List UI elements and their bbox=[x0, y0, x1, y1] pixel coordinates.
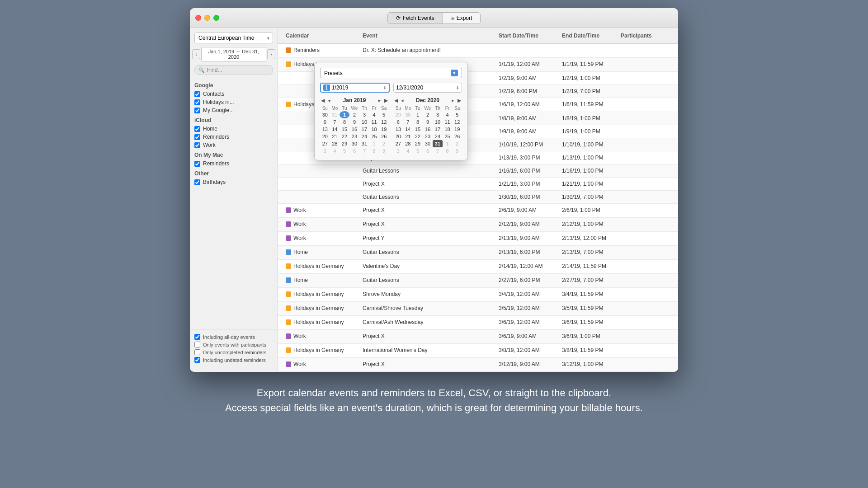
jan-day[interactable]: 26 bbox=[379, 133, 389, 140]
jan-day[interactable]: 18 bbox=[369, 126, 379, 133]
dec-day[interactable]: 13 bbox=[393, 126, 403, 133]
dec-day[interactable]: 14 bbox=[403, 126, 413, 133]
jan-next2[interactable]: ▶ bbox=[383, 98, 389, 103]
maximize-button[interactable] bbox=[213, 15, 219, 21]
jan-day[interactable]: 6 bbox=[349, 147, 359, 155]
jan-day[interactable]: 5 bbox=[379, 111, 389, 118]
table-row[interactable]: HomeGuitar Lessons2/27/19, 6:00 PM2/27/1… bbox=[278, 274, 678, 288]
dec-prev2[interactable]: ◂ bbox=[400, 98, 405, 103]
jan-day[interactable]: 11 bbox=[369, 118, 379, 126]
jan-day[interactable]: 23 bbox=[349, 133, 359, 140]
table-row[interactable]: WorkProject X3/6/19, 9:00 AM3/6/19, 1:00… bbox=[278, 330, 678, 344]
dec-day[interactable]: 1 bbox=[413, 111, 423, 118]
dec-day[interactable]: 7 bbox=[433, 147, 443, 155]
option-participants[interactable]: Only events with participants bbox=[194, 341, 273, 348]
table-row[interactable]: Holidays in GermanyCarnival/Shrove Tuesd… bbox=[278, 302, 678, 316]
table-row[interactable]: Holidays in GermanyShrove Monday3/4/19, … bbox=[278, 288, 678, 302]
minimize-button[interactable] bbox=[204, 15, 210, 21]
jan-day[interactable]: 25 bbox=[369, 133, 379, 140]
cal-item-reminders-mac[interactable]: Reminders bbox=[190, 160, 278, 168]
jan-day[interactable]: 2 bbox=[379, 140, 389, 147]
jan-day[interactable]: 21 bbox=[330, 133, 340, 140]
start-date-input[interactable]: 1 1/2019 ⬍ bbox=[320, 83, 390, 93]
export-button[interactable]: ≡ Export bbox=[443, 13, 481, 23]
option-allday[interactable]: Including all-day events bbox=[194, 333, 273, 341]
jan-day[interactable]: 24 bbox=[359, 133, 369, 140]
jan-day[interactable]: 17 bbox=[359, 126, 369, 133]
jan-day[interactable]: 29 bbox=[340, 140, 349, 147]
dec-day[interactable]: 7 bbox=[403, 118, 413, 126]
table-row[interactable]: HomeGuitar Lessons2/13/19, 6:00 PM2/13/1… bbox=[278, 246, 678, 260]
date-range-prev[interactable]: ‹ bbox=[192, 49, 200, 59]
jan-prev[interactable]: ◀ bbox=[320, 98, 326, 103]
dec-day[interactable]: 19 bbox=[452, 126, 462, 133]
jan-day[interactable]: 9 bbox=[349, 118, 359, 126]
dec-day[interactable]: 4 bbox=[443, 111, 453, 118]
dec-day[interactable]: 9 bbox=[423, 118, 433, 126]
jan-day[interactable]: 30 bbox=[320, 111, 330, 118]
cal-checkbox-reminders-mac[interactable] bbox=[194, 161, 200, 167]
dec-day[interactable]: 6 bbox=[393, 118, 403, 126]
option-uncompleted-checkbox[interactable] bbox=[194, 349, 200, 355]
dec-day[interactable]: 1 bbox=[443, 140, 453, 147]
option-allday-checkbox[interactable] bbox=[194, 334, 200, 340]
dec-day[interactable]: 30 bbox=[423, 140, 433, 147]
jan-day[interactable]: 8 bbox=[340, 118, 349, 126]
dec-day[interactable]: 17 bbox=[433, 126, 443, 133]
dec-day[interactable]: 10 bbox=[433, 118, 443, 126]
table-row[interactable]: Guitar Lessons1/30/19, 6:00 PM1/30/19, 7… bbox=[278, 191, 678, 204]
table-row[interactable]: RemindersDr. X: Schedule an appointment! bbox=[278, 44, 678, 58]
table-row[interactable]: Guitar Lessons1/16/19, 6:00 PM1/16/19, 1… bbox=[278, 164, 678, 178]
jan-day[interactable]: 1 bbox=[369, 140, 379, 147]
table-row[interactable]: Project X1/21/19, 3:00 PM1/21/19, 1:00 P… bbox=[278, 178, 678, 191]
table-row[interactable]: Holidays in GermanyInternational Women's… bbox=[278, 344, 678, 358]
timezone-select[interactable]: Central European Time bbox=[194, 33, 273, 43]
jan-day[interactable]: 13 bbox=[320, 126, 330, 133]
option-undated-checkbox[interactable] bbox=[194, 357, 200, 363]
jan-day[interactable]: 22 bbox=[340, 133, 349, 140]
jan-day[interactable]: 12 bbox=[379, 118, 389, 126]
dec-day[interactable]: 2 bbox=[452, 140, 462, 147]
table-row[interactable]: Holidays in GermanyCarnival/Ash Wednesda… bbox=[278, 316, 678, 330]
presets-button[interactable]: Presets ▾ bbox=[320, 68, 462, 78]
dec-day[interactable]: 29 bbox=[393, 111, 403, 118]
dec-day[interactable]: 23 bbox=[423, 133, 433, 140]
cal-item-holidays-google[interactable]: Holidays in... bbox=[190, 98, 278, 106]
option-undated[interactable]: Including undated reminders bbox=[194, 356, 273, 364]
jan-prev2[interactable]: ◂ bbox=[327, 98, 331, 103]
dec-next[interactable]: ▸ bbox=[451, 98, 455, 103]
jan-day[interactable]: 31 bbox=[359, 140, 369, 147]
jan-day[interactable]: 7 bbox=[359, 147, 369, 155]
dec-day[interactable]: 30 bbox=[403, 111, 413, 118]
dec-day[interactable]: 6 bbox=[423, 147, 433, 155]
dec-day[interactable]: 4 bbox=[403, 147, 413, 155]
dec-day[interactable]: 3 bbox=[433, 111, 443, 118]
cal-checkbox-mygoogle[interactable] bbox=[194, 108, 200, 113]
jan-day[interactable]: 6 bbox=[320, 118, 330, 126]
dec-day[interactable]: 12 bbox=[452, 118, 462, 126]
table-row[interactable]: WorkProject X3/12/19, 9:00 AM3/12/19, 1:… bbox=[278, 358, 678, 372]
dec-day[interactable]: 21 bbox=[403, 133, 413, 140]
jan-day[interactable]: 27 bbox=[320, 140, 330, 147]
table-row[interactable]: Holidays in GermanyValentine's Day2/14/1… bbox=[278, 260, 678, 274]
jan-day[interactable]: 3 bbox=[359, 111, 369, 118]
jan-day[interactable]: 15 bbox=[340, 126, 349, 133]
dec-day[interactable]: 29 bbox=[413, 140, 423, 147]
end-date-stepper[interactable]: ⬍ bbox=[456, 85, 459, 90]
search-input[interactable] bbox=[207, 67, 269, 73]
dec-day[interactable]: 5 bbox=[413, 147, 423, 155]
cal-item-mygoogle[interactable]: My Google... bbox=[190, 106, 278, 114]
option-uncompleted[interactable]: Only uncompleted reminders bbox=[194, 348, 273, 356]
cal-checkbox-work[interactable] bbox=[194, 142, 200, 148]
dec-day[interactable]: 31 bbox=[433, 140, 443, 147]
dec-day[interactable]: 15 bbox=[413, 126, 423, 133]
jan-day[interactable]: 7 bbox=[330, 118, 340, 126]
jan-day[interactable]: 31 bbox=[330, 111, 340, 118]
cal-item-work[interactable]: Work bbox=[190, 141, 278, 149]
jan-next[interactable]: ▸ bbox=[377, 98, 382, 103]
jan-day[interactable]: 4 bbox=[369, 111, 379, 118]
jan-day[interactable]: 10 bbox=[359, 118, 369, 126]
jan-day[interactable]: 14 bbox=[330, 126, 340, 133]
cal-checkbox-reminders-icloud[interactable] bbox=[194, 134, 200, 140]
dec-day[interactable]: 24 bbox=[433, 133, 443, 140]
